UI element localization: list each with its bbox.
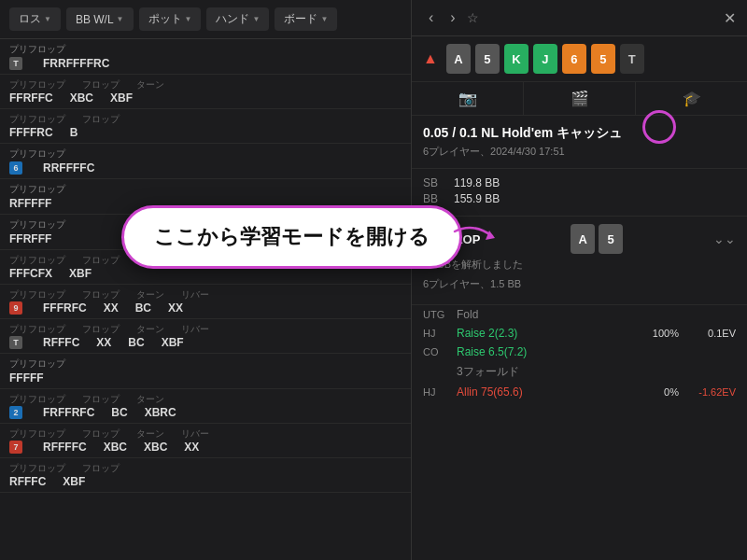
hand-marker: T [9, 57, 22, 70]
card-5: 5 [475, 44, 500, 74]
hand-marker: T [9, 336, 22, 349]
card-5b: 5 [591, 44, 615, 74]
stack-info: SB 119.8 BB BB 155.9 BB [412, 169, 747, 217]
back-button[interactable]: ‹ [423, 7, 439, 28]
close-button[interactable]: ✕ [724, 9, 736, 27]
stack-row-bb: BB 155.9 BB [423, 192, 736, 205]
list-item[interactable]: プリフロップ 6 RRFFFFC [0, 144, 411, 179]
forward-button[interactable]: › [444, 7, 460, 28]
action-utg: UTG Fold [412, 305, 747, 324]
tooltip-arrow-svg [450, 217, 497, 245]
action-co-raise: CO Raise 6.5(7.2) [412, 343, 747, 361]
stack-row-sb: SB 119.8 BB [423, 176, 736, 189]
card-J: J [533, 44, 557, 74]
hand-marker: 2 [9, 406, 22, 419]
hand-marker: 7 [9, 441, 22, 454]
left-panel: ロス BB W/L ポット ハンド ボード プリフロップ T FRRFFFFRC… [0, 0, 411, 560]
preflop-card-5: 5 [599, 224, 623, 254]
action-hj-raise: HJ Raise 2(2.3) 100% 0.1EV [412, 324, 747, 343]
filter-board[interactable]: ボード [275, 7, 337, 31]
list-item[interactable]: プリフロップフロップターン 2 FRFFRFC BC XBRC [0, 389, 411, 424]
list-item[interactable]: プリフロップフロップターンリバー T RFFFC XX BC XBF [0, 319, 411, 354]
filter-hand[interactable]: ハンド [206, 7, 269, 31]
list-item[interactable]: プリフロップフロップ RFFFC XBF [0, 458, 411, 493]
hand-list: プリフロップ T FRRFFFFRC プリフロップフロップターン FFRFFC … [0, 39, 411, 554]
nav-buttons: ‹ › ☆ [423, 7, 479, 28]
game-title: 0.05 / 0.1 NL Hold'em キャッシュ [423, 125, 736, 142]
right-panel: ‹ › ☆ ✕ ▲ A 5 K J 6 5 T 📷 🎬 🎓 0.05 / 0.1… [411, 0, 747, 560]
tooltip-text: ここから学習モードを開ける [154, 225, 430, 248]
list-item[interactable]: プリフロップフロップ FFFFRC B [0, 109, 411, 144]
preflop-meta1: 75 BBを解析しました [423, 258, 736, 272]
list-item[interactable]: プリフロップフロップターン FFRFFC XBC XBF [0, 75, 411, 109]
filter-pot[interactable]: ポット [139, 7, 202, 31]
list-item[interactable]: プリフロップ T FRRFFFFRC [0, 39, 411, 75]
card-K: K [504, 44, 529, 74]
filter-bbwl[interactable]: BB W/L [66, 7, 134, 31]
game-subtitle: 6プレイヤー、2024/4/30 17:51 [423, 145, 736, 159]
video-tool-button[interactable]: 🎬 [524, 82, 636, 115]
hand-marker: 6 [9, 161, 22, 175]
card-row: ▲ A 5 K J 6 5 T [412, 36, 747, 82]
alert-icon: ▲ [423, 50, 438, 67]
list-item[interactable]: プリフロップフロップターンリバー 7 RFFFFC XBC XBC XX [0, 424, 411, 458]
list-item[interactable]: プリフロップフロップターンリバー 9 FFFRFC XX BC XX [0, 285, 411, 319]
preflop-card-A: A [571, 224, 595, 254]
star-button[interactable]: ☆ [467, 10, 479, 25]
preflop-cards: A 5 [571, 224, 623, 254]
hand-marker: 9 [9, 301, 22, 315]
card-A: A [446, 44, 471, 74]
panel-header: ‹ › ☆ ✕ [412, 0, 747, 36]
filter-bar: ロス BB W/L ポット ハンド ボード [0, 0, 411, 39]
list-item[interactable]: プリフロップ FFFFF [0, 354, 411, 389]
game-info: 0.05 / 0.1 NL Hold'em キャッシュ 6プレイヤー、2024/… [412, 116, 747, 169]
action-hj-allin: HJ Allin 75(65.6) 0% -1.62EV [412, 383, 747, 401]
camera-tool-button[interactable]: 📷 [412, 82, 524, 115]
icon-toolbar: 📷 🎬 🎓 [412, 82, 747, 116]
graduation-tool-button[interactable]: 🎓 [636, 82, 747, 115]
expand-button[interactable]: ⌄⌄ [713, 231, 736, 246]
card-6: 6 [562, 44, 586, 74]
card-T: T [620, 44, 644, 74]
action-3fold: 3フォールド [412, 361, 747, 383]
preflop-meta2: 6プレイヤー、1.5 BB [423, 277, 736, 291]
filter-loss[interactable]: ロス [9, 7, 61, 31]
tooltip-overlay: ここから学習モードを開ける [121, 205, 462, 269]
actions-list: UTG Fold HJ Raise 2(2.3) 100% 0.1EV CO R… [412, 305, 747, 401]
